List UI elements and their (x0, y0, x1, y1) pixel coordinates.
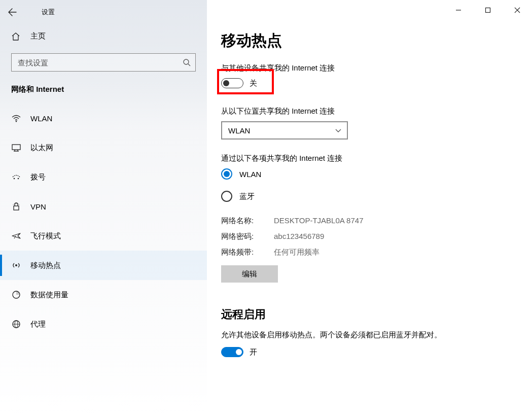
close-icon (514, 7, 520, 13)
radio-wlan-control (221, 168, 232, 180)
svg-point-2 (16, 121, 17, 122)
remote-toggle-row: 开 (221, 347, 516, 357)
radio-wlan-label: WLAN (239, 170, 261, 179)
window-controls (444, 0, 532, 20)
share-toggle[interactable] (221, 78, 243, 88)
sidebar-item-label: 代理 (30, 320, 46, 329)
minimize-icon (455, 7, 462, 13)
radio-bluetooth-label: 蓝牙 (239, 192, 255, 201)
share-over-radio-group: WLAN 蓝牙 (221, 168, 516, 202)
info-row-password: 网络密码: abc123456789 (221, 229, 516, 245)
sidebar-item-datausage[interactable]: 数据使用量 (0, 280, 207, 309)
svg-rect-3 (12, 145, 20, 150)
remote-heading: 远程启用 (221, 307, 516, 322)
settings-window: 设置 主页 网络和 Internet WLAN (0, 0, 532, 418)
sidebar-item-ethernet[interactable]: 以太网 (0, 133, 207, 162)
data-usage-icon (11, 290, 21, 300)
search-wrap (11, 53, 196, 72)
info-name-key: 网络名称: (221, 216, 274, 226)
sidebar-item-label: 拨号 (30, 172, 46, 182)
info-row-name: 网络名称: DESKTOP-TJABL0A 8747 (221, 213, 516, 229)
svg-point-0 (184, 59, 189, 64)
svg-rect-9 (14, 206, 19, 210)
share-over-label: 通过以下各项共享我的 Internet 连接 (221, 154, 516, 163)
maximize-button[interactable] (473, 0, 503, 20)
category-header: 网络和 Internet (0, 81, 207, 103)
svg-line-1 (188, 64, 190, 66)
svg-point-10 (15, 264, 17, 266)
remote-toggle[interactable] (221, 347, 243, 357)
sidebar-item-label: 飞行模式 (30, 231, 61, 241)
airplane-icon (11, 231, 21, 241)
sidebar-item-dialup[interactable]: 拨号 (0, 162, 207, 192)
sidebar-item-label: WLAN (30, 114, 52, 123)
minimize-button[interactable] (444, 0, 473, 20)
home-icon (11, 32, 21, 41)
sidebar-item-proxy[interactable]: 代理 (0, 309, 207, 339)
back-button[interactable] (0, 0, 24, 24)
sidebar-item-vpn[interactable]: VPN (0, 192, 207, 221)
sidebar-home[interactable]: 主页 (0, 24, 207, 48)
sidebar-home-label: 主页 (30, 31, 46, 41)
search-input[interactable] (17, 58, 182, 67)
info-pwd-key: 网络密码: (221, 232, 274, 241)
maximize-icon (485, 7, 491, 13)
sidebar-item-airplane[interactable]: 飞行模式 (0, 221, 207, 251)
share-from-dropdown[interactable]: WLAN (221, 121, 348, 140)
wifi-icon (11, 113, 21, 123)
titlebar: 设置 (0, 0, 207, 24)
sidebar-item-hotspot[interactable]: 移动热点 (0, 251, 207, 280)
remote-desc: 允许其他设备启用移动热点。两个设备必须都已启用蓝牙并配对。 (221, 330, 516, 340)
radio-bluetooth[interactable]: 蓝牙 (221, 191, 516, 202)
share-toggle-row: 关 (221, 78, 257, 88)
hotspot-info-table: 网络名称: DESKTOP-TJABL0A 8747 网络密码: abc1234… (221, 213, 516, 260)
edit-button[interactable]: 编辑 (221, 265, 278, 283)
app-title: 设置 (42, 8, 55, 17)
sidebar-item-label: 以太网 (30, 143, 53, 153)
info-band-val: 任何可用频率 (274, 248, 320, 257)
svg-point-7 (14, 178, 15, 180)
info-pwd-val: abc123456789 (274, 232, 324, 241)
sidebar: 设置 主页 网络和 Internet WLAN (0, 0, 207, 418)
svg-point-8 (18, 178, 19, 180)
radio-wlan[interactable]: WLAN (221, 168, 516, 180)
info-band-key: 网络频带: (221, 248, 274, 257)
remote-toggle-state: 开 (250, 347, 257, 357)
ethernet-icon (11, 143, 21, 153)
share-from-value: WLAN (228, 126, 250, 135)
chevron-down-icon (335, 127, 342, 134)
main-content: 移动热点 与其他设备共享我的 Internet 连接 关 从以下位置共享我的 I… (207, 0, 532, 418)
info-row-band: 网络频带: 任何可用频率 (221, 245, 516, 260)
svg-rect-16 (486, 8, 490, 13)
nav-list: WLAN 以太网 拨号 VPN (0, 103, 207, 339)
hotspot-icon (11, 260, 21, 270)
sidebar-item-label: 移动热点 (30, 261, 61, 270)
sidebar-item-label: 数据使用量 (30, 290, 68, 300)
page-title: 移动热点 (221, 30, 516, 51)
search-icon (182, 58, 191, 66)
share-toggle-state: 关 (250, 79, 257, 88)
arrow-left-icon (8, 8, 17, 17)
radio-bluetooth-control (221, 191, 232, 202)
dialup-icon (11, 172, 21, 182)
close-button[interactable] (503, 0, 532, 20)
proxy-icon (11, 319, 21, 329)
share-from-label: 从以下位置共享我的 Internet 连接 (221, 107, 516, 116)
sidebar-item-label: VPN (30, 202, 46, 211)
vpn-icon (11, 201, 21, 212)
sidebar-item-wlan[interactable]: WLAN (0, 103, 207, 133)
info-name-val: DESKTOP-TJABL0A 8747 (274, 216, 363, 226)
share-label: 与其他设备共享我的 Internet 连接 (221, 63, 516, 73)
search-box[interactable] (11, 53, 196, 72)
